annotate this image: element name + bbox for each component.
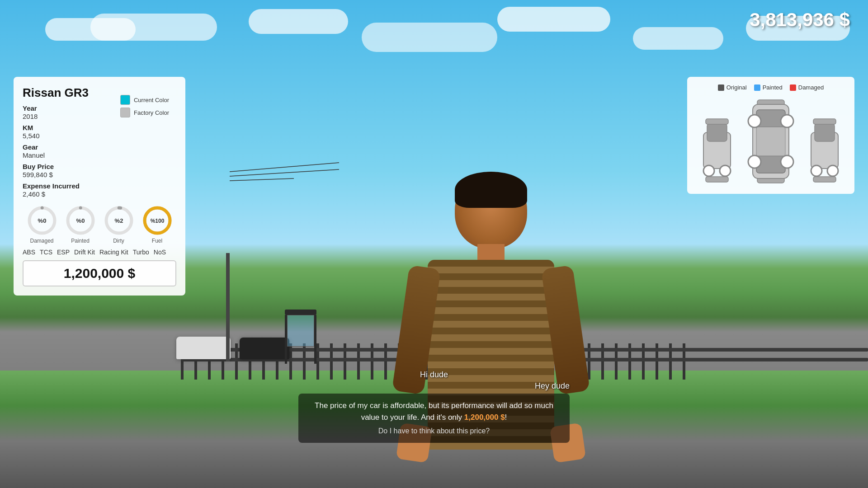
car-info-panel: Rissan GR3 Current Color Factory Color Y… <box>14 77 185 296</box>
car-diagram-right <box>807 96 843 187</box>
car-diagram-panel: Original Painted Damaged <box>687 77 854 194</box>
current-color-label: Current Color <box>134 97 169 103</box>
km-value: 5,540 <box>23 132 176 140</box>
svg-rect-32 <box>815 123 835 141</box>
legend-painted-label: Painted <box>763 84 783 91</box>
factory-color-label: Factory Color <box>134 109 169 116</box>
svg-point-34 <box>827 165 838 176</box>
bus-stop <box>280 310 321 364</box>
cloud-2 <box>90 14 217 41</box>
tag-esp: ESP <box>57 249 70 256</box>
money-display: 3,813,936 $ <box>750 9 850 31</box>
svg-point-28 <box>781 115 793 127</box>
cloud-5 <box>497 7 610 32</box>
gauge-damaged-label: Damaged <box>30 238 53 244</box>
buy-price-row: Buy Price 599,840 $ <box>23 163 176 178</box>
km-row: KM 5,540 <box>23 124 176 140</box>
price-buy-display[interactable]: 1,200,000 $ <box>23 260 176 286</box>
buy-price-label: Buy Price <box>23 163 176 170</box>
cloud-3 <box>249 9 348 34</box>
gauge-fuel-label: Fuel <box>152 238 162 244</box>
gauge-dirty-label: Dirty <box>113 238 124 244</box>
gauge-fuel-svg: %100 <box>142 205 173 236</box>
svg-point-33 <box>811 165 822 176</box>
legend-original-label: Original <box>726 84 747 91</box>
tag-nos: NoS <box>154 249 166 256</box>
tag-driftkit: Drift Kit <box>74 249 95 256</box>
gauge-damaged: %0 Damaged <box>27 205 57 244</box>
svg-text:%0: %0 <box>76 217 85 224</box>
svg-text:%2: %2 <box>114 217 123 224</box>
cloud-6 <box>633 27 723 50</box>
gauge-dirty: %2 Dirty <box>104 205 134 244</box>
gauge-painted-svg: %0 <box>65 205 96 236</box>
dialogue-box: The price of my car is affordable, but i… <box>298 394 570 443</box>
dialogue-area: Hi dude Hey dude The price of my car is … <box>298 370 570 443</box>
legend-damaged: Damaged <box>790 84 824 91</box>
dialogue-greeting-left: Hi dude <box>298 370 570 380</box>
svg-point-30 <box>781 155 793 168</box>
gear-label: Gear <box>23 143 176 151</box>
legend-painted: Painted <box>754 84 783 91</box>
legend-damaged-dot <box>790 84 796 91</box>
svg-line-2 <box>230 178 294 181</box>
legend-original: Original <box>718 84 747 91</box>
svg-point-29 <box>748 155 761 168</box>
tag-tcs: TCS <box>40 249 52 256</box>
svg-rect-35 <box>813 119 836 124</box>
color-options: Current Color Factory Color <box>120 95 169 117</box>
factory-color-option[interactable]: Factory Color <box>120 108 169 117</box>
current-color-swatch <box>120 95 130 105</box>
svg-rect-26 <box>756 127 785 156</box>
gauge-damaged-svg: %0 <box>27 205 57 236</box>
factory-color-swatch <box>120 108 130 117</box>
bg-car-1 <box>176 337 231 359</box>
car-diagram-top <box>744 96 798 187</box>
gauge-painted: %0 Painted <box>65 205 96 244</box>
diagram-legend: Original Painted Damaged <box>694 84 847 91</box>
legend-original-dot <box>718 84 724 91</box>
tag-racingkit: Racing Kit <box>99 249 128 256</box>
legend-damaged-label: Damaged <box>798 84 824 91</box>
gear-value: Manuel <box>23 151 176 159</box>
svg-point-27 <box>748 115 761 127</box>
expense-value: 2,460 $ <box>23 190 176 198</box>
buy-price-value: 599,840 $ <box>23 171 176 178</box>
svg-rect-20 <box>706 177 728 182</box>
current-color-option[interactable]: Current Color <box>120 95 169 105</box>
svg-rect-19 <box>706 119 728 124</box>
expense-row: Expense Incurred 2,460 $ <box>23 182 176 198</box>
svg-line-1 <box>230 169 339 176</box>
gauges-row: %0 Damaged %0 Painted %2 Dirty <box>23 205 176 244</box>
svg-line-0 <box>230 163 339 172</box>
cloud-4 <box>362 23 497 52</box>
tag-abs: ABS <box>23 249 35 256</box>
svg-point-18 <box>720 165 731 176</box>
gauge-dirty-svg: %2 <box>104 205 134 236</box>
dialogue-main: The price of my car is affordable, but i… <box>307 400 561 423</box>
tags-row: ABS TCS ESP Drift Kit Racing Kit Turbo N… <box>23 249 176 256</box>
car-diagram-views <box>694 96 847 187</box>
svg-rect-36 <box>813 177 836 182</box>
dialogue-price-highlight: 1,200,000 $ <box>464 413 505 422</box>
svg-rect-16 <box>707 123 727 141</box>
power-pole <box>226 253 230 361</box>
gauge-painted-label: Painted <box>71 238 90 244</box>
legend-painted-dot <box>754 84 760 91</box>
svg-text:%100: %100 <box>150 218 164 224</box>
dialogue-question: Do I have to think about this price? <box>307 426 561 436</box>
car-diagram-left <box>699 96 735 187</box>
gauge-fuel: %100 Fuel <box>142 205 173 244</box>
tag-turbo: Turbo <box>133 249 149 256</box>
svg-text:%0: %0 <box>38 217 46 224</box>
svg-point-17 <box>703 165 714 176</box>
km-label: KM <box>23 124 176 131</box>
dialogue-greeting-right: Hey dude <box>298 381 570 391</box>
gear-row: Gear Manuel <box>23 143 176 159</box>
expense-label: Expense Incurred <box>23 182 176 190</box>
